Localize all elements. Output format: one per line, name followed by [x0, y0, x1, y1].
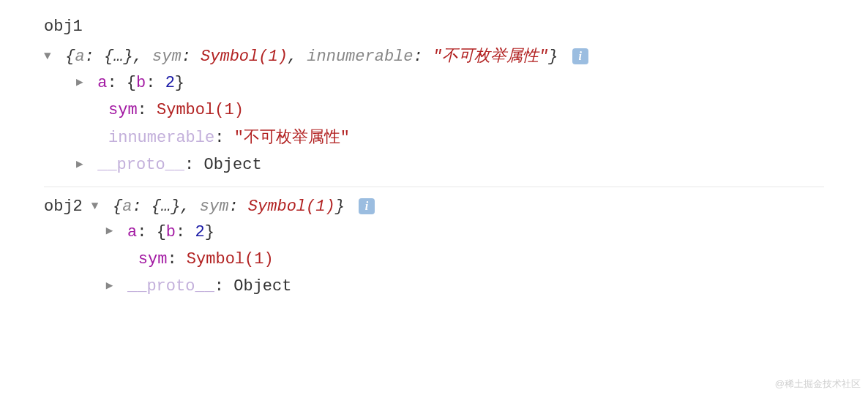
obj1-prop-proto: ▶ __proto__: Object: [76, 151, 824, 178]
prop-key[interactable]: a: [97, 74, 107, 92]
prop-val: "不可枚举属性": [234, 129, 350, 147]
obj1-summary-row: ▼ {a: {…}, sym: Symbol(1), innumerable: …: [44, 42, 824, 69]
obj1-prop-a: ▶ a: {b: 2}: [76, 69, 824, 97]
prop-key[interactable]: __proto__: [97, 156, 184, 174]
prop-key[interactable]: innumerable: [108, 129, 214, 147]
expand-arrow-right-icon[interactable]: ▶: [106, 222, 118, 241]
obj1-summary[interactable]: {a: {…}, sym: Symbol(1), innumerable: "不…: [65, 48, 558, 66]
expand-arrow-right-icon[interactable]: ▶: [106, 276, 118, 296]
prop-key[interactable]: a: [127, 223, 137, 241]
obj2-expanded-props: ▶ a: {b: 2} sym: Symbol(1) ▶ __proto__: …: [91, 219, 824, 301]
nested-key: b: [166, 223, 176, 241]
var-label-obj1: obj1: [44, 15, 824, 39]
prop-val: Object: [203, 156, 261, 174]
obj2-prop-sym: sym: Symbol(1): [106, 246, 824, 273]
prop-val: Object: [233, 277, 291, 296]
expand-arrow-down-icon[interactable]: ▼: [91, 200, 103, 213]
info-icon[interactable]: i: [359, 198, 375, 214]
obj2-prop-proto: ▶ __proto__: Object: [106, 273, 824, 300]
expand-arrow-down-icon[interactable]: ▼: [44, 50, 56, 63]
prop-val: Symbol(1): [157, 101, 244, 119]
obj1-prop-sym: sym: Symbol(1): [76, 97, 824, 124]
obj1-prop-innumerable: innumerable: "不可枚举属性": [76, 124, 824, 151]
console-entry-obj1: obj1 ▼ {a: {…}, sym: Symbol(1), innumera…: [44, 15, 824, 187]
console-entry-obj2: obj2 ▼ {a: {…}, sym: Symbol(1)} i ▶ a: {…: [44, 195, 824, 301]
obj2-prop-a: ▶ a: {b: 2}: [106, 219, 824, 246]
prop-key[interactable]: __proto__: [127, 277, 214, 296]
prop-key[interactable]: sym: [138, 250, 168, 268]
watermark: @稀土掘金技术社区: [775, 377, 861, 391]
nested-key: b: [136, 74, 146, 92]
var-label-obj2: obj2: [44, 198, 83, 216]
info-icon[interactable]: i: [572, 48, 588, 64]
expand-arrow-right-icon[interactable]: ▶: [76, 73, 88, 93]
obj1-expanded-props: ▶ a: {b: 2} sym: Symbol(1) innumerable: …: [44, 69, 824, 179]
nested-val: 2: [165, 74, 175, 92]
obj2-summary-row: ▼ {a: {…}, sym: Symbol(1)} i: [91, 195, 824, 219]
prop-val: Symbol(1): [187, 250, 274, 268]
nested-val: 2: [195, 223, 204, 241]
prop-key[interactable]: sym: [108, 101, 138, 119]
obj2-summary[interactable]: {a: {…}, sym: Symbol(1)}: [113, 198, 345, 216]
expand-arrow-right-icon[interactable]: ▶: [76, 155, 88, 175]
